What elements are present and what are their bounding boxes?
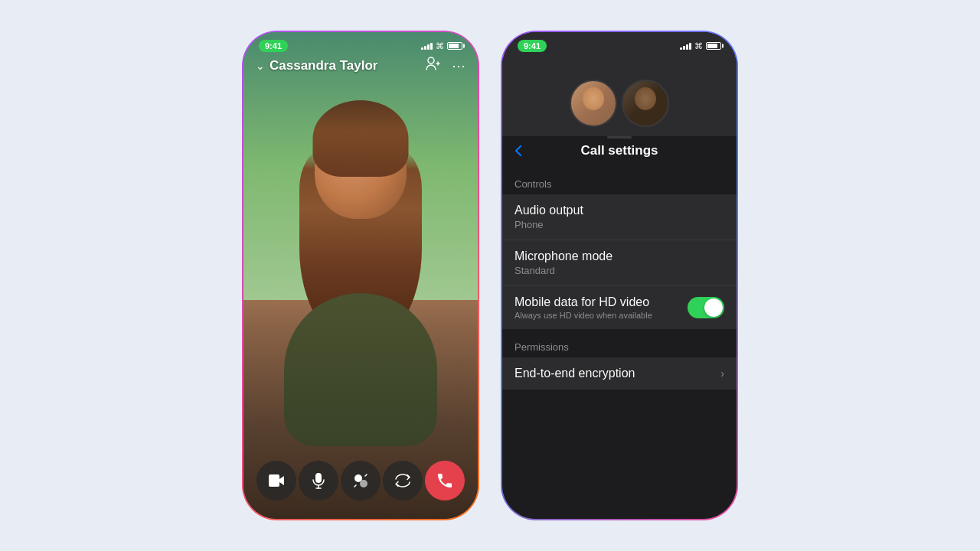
- bar2: [424, 46, 426, 50]
- more-options-button[interactable]: ⋯: [452, 57, 466, 74]
- hd-video-toggle[interactable]: [688, 297, 724, 318]
- video-thumbnails: [502, 55, 737, 136]
- hd-video-subtitle: Always use HD video when available: [514, 311, 652, 320]
- encryption-title: End-to-end encryption: [514, 367, 635, 380]
- toggle-knob: [704, 298, 723, 317]
- wifi-icon: ⌘: [436, 41, 444, 51]
- add-person-button[interactable]: [426, 57, 441, 74]
- audio-output-row[interactable]: Audio output Phone: [502, 194, 737, 240]
- right-phone: 9:41 ⌘: [501, 31, 738, 520]
- flip-camera-button[interactable]: [383, 461, 423, 500]
- hd-video-title: Mobile data for HD video: [514, 295, 652, 309]
- call-header: ⌄ Cassandra Taylor ⋯: [243, 57, 478, 74]
- battery-fill: [449, 44, 459, 48]
- permissions-section-header: Permissions: [502, 329, 737, 357]
- rbar1: [680, 47, 682, 50]
- svg-rect-0: [315, 473, 322, 483]
- right-status-bar: 9:41 ⌘: [502, 32, 737, 55]
- thumbnail-1: [570, 80, 617, 127]
- microphone-mode-left: Microphone mode Standard: [514, 249, 612, 276]
- left-status-bar: 9:41 ⌘: [243, 32, 478, 55]
- rbar4: [689, 43, 691, 50]
- audio-output-subtitle: Phone: [514, 219, 583, 230]
- right-signal-bars: [680, 42, 691, 50]
- chevron-down-icon[interactable]: ⌄: [256, 60, 265, 72]
- right-time: 9:41: [518, 40, 547, 52]
- hd-video-left: Mobile data for HD video Always use HD v…: [514, 295, 652, 320]
- encryption-row[interactable]: End-to-end encryption ›: [502, 357, 737, 390]
- controls-group: Audio output Phone Microphone mode Stand…: [502, 194, 737, 329]
- right-wifi-icon: ⌘: [694, 41, 703, 51]
- caller-name: Cassandra Taylor: [270, 58, 377, 73]
- audio-output-left: Audio output Phone: [514, 204, 583, 230]
- effects-button[interactable]: [341, 461, 381, 500]
- permissions-group: End-to-end encryption ›: [502, 357, 737, 390]
- microphone-mode-title: Microphone mode: [514, 249, 612, 263]
- call-controls: [243, 461, 478, 500]
- svg-point-4: [360, 480, 368, 487]
- settings-screen: 9:41 ⌘: [502, 32, 737, 519]
- microphone-button[interactable]: [299, 461, 338, 500]
- person-hair: [313, 100, 409, 177]
- settings-title: Call settings: [580, 143, 658, 158]
- left-phone: 9:41 ⌘ ⌄ Cassandra Taylor: [242, 31, 479, 520]
- rbar3: [686, 44, 688, 50]
- left-time: 9:41: [259, 40, 288, 52]
- video-button[interactable]: [256, 461, 296, 500]
- hd-video-row[interactable]: Mobile data for HD video Always use HD v…: [502, 286, 737, 329]
- bar3: [427, 44, 430, 50]
- call-header-left: ⌄ Cassandra Taylor: [256, 58, 377, 73]
- chevron-right-icon: ›: [720, 367, 724, 380]
- person-silhouette: [243, 32, 478, 519]
- microphone-mode-row[interactable]: Microphone mode Standard: [502, 240, 737, 286]
- person-body: [284, 293, 437, 446]
- back-button[interactable]: [514, 145, 522, 157]
- left-status-icons: ⌘: [421, 41, 462, 51]
- settings-nav: Call settings: [502, 139, 737, 166]
- encryption-left: End-to-end encryption: [514, 367, 635, 380]
- call-header-right: ⋯: [426, 57, 466, 74]
- rbar2: [683, 46, 685, 50]
- thumbnail-2: [622, 80, 669, 127]
- right-battery-icon: [706, 42, 721, 50]
- signal-bars: [421, 42, 433, 50]
- right-status-icons: ⌘: [680, 41, 721, 51]
- right-battery-fill: [707, 44, 717, 48]
- bar1: [421, 47, 423, 50]
- bar4: [430, 43, 433, 50]
- end-call-button[interactable]: [425, 461, 465, 500]
- phones-container: 9:41 ⌘ ⌄ Cassandra Taylor: [242, 31, 738, 520]
- controls-section-header: Controls: [502, 166, 737, 194]
- battery-icon: [447, 42, 462, 50]
- audio-output-title: Audio output: [514, 204, 583, 217]
- microphone-mode-subtitle: Standard: [514, 265, 612, 276]
